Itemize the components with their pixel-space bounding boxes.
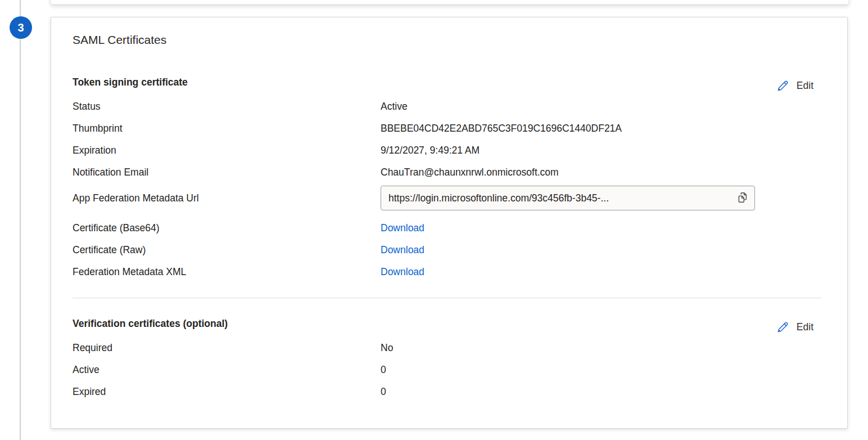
- federation-metadata-xml-row: Federation Metadata XML Download: [73, 261, 813, 283]
- copy-icon: [736, 191, 749, 205]
- required-row: Required No: [73, 337, 813, 359]
- status-value: Active: [381, 101, 813, 113]
- metadata-url-field[interactable]: https://login.microsoftonline.com/93c456…: [381, 186, 755, 210]
- row-label: Required: [73, 342, 381, 354]
- token-signing-rows: Status Active Thumbprint BBEBE04CD42E2AB…: [73, 96, 813, 283]
- row-label: Certificate (Base64): [73, 222, 381, 234]
- row-label: Thumbprint: [73, 123, 381, 134]
- required-value: No: [381, 342, 813, 354]
- row-label: Active: [73, 364, 381, 376]
- app-federation-metadata-url-row: App Federation Metadata Url https://logi…: [73, 183, 813, 213]
- certificate-raw-row: Certificate (Raw) Download: [73, 239, 813, 261]
- step-number-badge: 3: [10, 16, 32, 39]
- active-row: Active 0: [73, 359, 813, 381]
- status-row: Status Active: [73, 96, 813, 118]
- token-signing-edit-button[interactable]: Edit: [776, 79, 813, 92]
- step-number: 3: [17, 21, 24, 34]
- expiration-row: Expiration 9/12/2027, 9:49:21 AM: [73, 140, 813, 161]
- token-signing-heading: Token signing certificate: [73, 74, 188, 91]
- thumbprint-row: Thumbprint BBEBE04CD42E2ABD765C3F019C169…: [73, 118, 813, 140]
- edit-button-label: Edit: [797, 80, 813, 92]
- active-value: 0: [381, 364, 813, 376]
- expired-value: 0: [381, 386, 813, 398]
- saml-sso-page-fragment: 3 SAML Certificates Token signing certif…: [0, 0, 868, 440]
- card-title: SAML Certificates: [73, 32, 813, 48]
- verification-heading: Verification certificates (optional): [73, 315, 228, 332]
- previous-card-bottom-edge: [51, 0, 849, 5]
- download-rows: Certificate (Base64) Download Certificat…: [73, 217, 813, 283]
- row-label: Federation Metadata XML: [73, 266, 381, 278]
- notification-email-value: ChauTran@chaunxnrwl.onmicrosoft.com: [381, 167, 813, 178]
- notification-email-row: Notification Email ChauTran@chaunxnrwl.o…: [73, 161, 813, 183]
- download-certificate-base64-link[interactable]: Download: [381, 222, 813, 234]
- verification-section-header: Verification certificates (optional) Edi…: [73, 315, 813, 334]
- copy-url-button[interactable]: [731, 186, 754, 210]
- verification-rows: Required No Active 0 Expired 0: [73, 337, 813, 403]
- expiration-value: 9/12/2027, 9:49:21 AM: [381, 145, 813, 156]
- pencil-icon: [776, 321, 789, 334]
- pencil-icon: [776, 79, 789, 92]
- row-label: Certificate (Raw): [73, 244, 381, 256]
- certificate-base64-row: Certificate (Base64) Download: [73, 217, 813, 239]
- saml-certificates-card: SAML Certificates Token signing certific…: [51, 17, 848, 429]
- section-divider: [73, 298, 822, 298]
- download-certificate-raw-link[interactable]: Download: [381, 244, 813, 256]
- edit-button-label: Edit: [797, 321, 813, 333]
- row-label: Expiration: [73, 145, 381, 156]
- row-label: Notification Email: [73, 167, 381, 178]
- metadata-url-value: https://login.microsoftonline.com/93c456…: [381, 192, 731, 204]
- row-label: App Federation Metadata Url: [73, 192, 381, 204]
- expired-row: Expired 0: [73, 381, 813, 403]
- verification-edit-button[interactable]: Edit: [776, 321, 813, 334]
- row-label: Expired: [73, 386, 381, 398]
- row-label: Status: [73, 101, 381, 113]
- token-signing-section-header: Token signing certificate Edit: [73, 74, 813, 92]
- thumbprint-value: BBEBE04CD42E2ABD765C3F019C1696C1440DF21A: [381, 123, 813, 134]
- download-federation-metadata-xml-link[interactable]: Download: [381, 266, 813, 278]
- step-connector-line: [20, 0, 21, 440]
